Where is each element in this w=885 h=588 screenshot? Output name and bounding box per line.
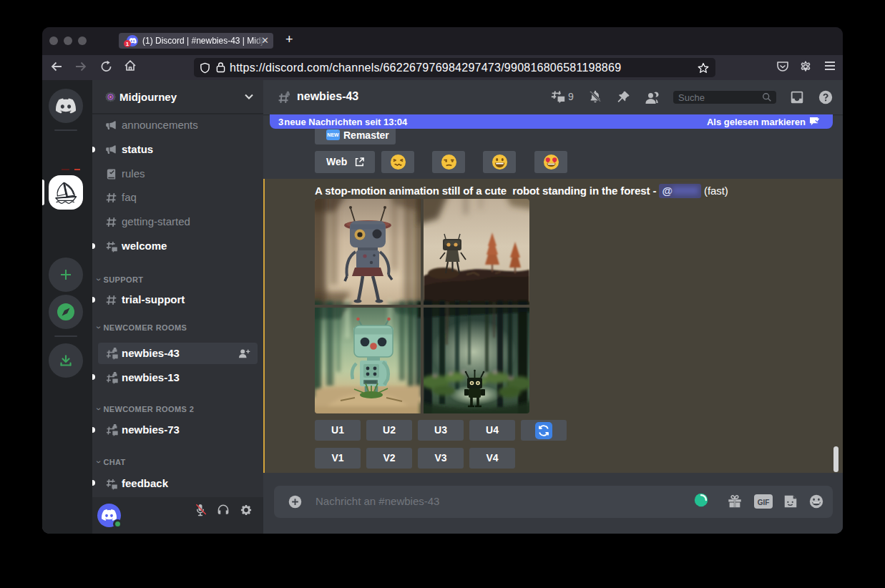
svg-text:GIF: GIF [758, 499, 770, 506]
